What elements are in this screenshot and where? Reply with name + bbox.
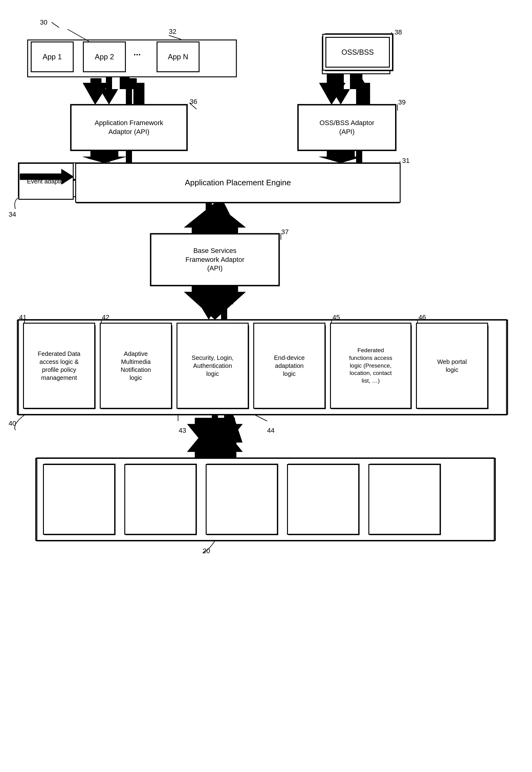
svg-marker-33 <box>200 286 218 320</box>
svg-marker-54 <box>87 150 104 163</box>
ref-32: 32 <box>169 28 176 36</box>
bottom-box-4 <box>287 464 359 535</box>
base-services-box: Base ServicesFramework Adaptor(API) <box>150 234 279 286</box>
ref-43: 43 <box>179 427 186 435</box>
bottom-box-2 <box>124 464 196 535</box>
svg-marker-52 <box>319 74 345 104</box>
app-placement-box: Application Placement Engine <box>75 163 401 203</box>
svg-marker-50 <box>83 78 109 104</box>
app1-box: App 1 <box>31 41 74 72</box>
ref-40: 40 <box>9 419 16 427</box>
ref-37: 37 <box>281 228 289 236</box>
app2-box: App 2 <box>83 41 126 72</box>
svg-marker-56 <box>319 150 362 163</box>
ref-44: 44 <box>267 427 274 435</box>
svg-line-0 <box>68 29 89 41</box>
services-container <box>17 320 508 415</box>
svg-line-46 <box>255 415 267 421</box>
svg-marker-59 <box>184 286 246 320</box>
svg-marker-36 <box>224 415 243 458</box>
svg-marker-61 <box>187 418 243 458</box>
bottom-box-1 <box>43 464 115 535</box>
event-adaptor-box: Event adaptor <box>18 163 74 200</box>
appN-box: App N <box>157 41 200 72</box>
svg-marker-60 <box>187 418 243 458</box>
ref-20: 20 <box>203 547 210 555</box>
svg-marker-34 <box>215 286 233 320</box>
ref-38: 38 <box>394 28 402 36</box>
ref-36: 36 <box>190 98 197 106</box>
svg-marker-51 <box>129 78 144 104</box>
app-framework-box: Application FrameworkAdaptor (API) <box>71 104 187 150</box>
ref-30: 30 <box>40 18 47 26</box>
svg-marker-53 <box>355 74 370 104</box>
oss-bss-adaptor-box: OSS/BSS Adaptor(API) <box>298 104 396 150</box>
svg-marker-22 <box>100 77 118 104</box>
svg-marker-25 <box>350 74 368 104</box>
ellipsis: ... <box>134 48 141 57</box>
ref-34: 34 <box>9 211 16 219</box>
svg-marker-32 <box>215 203 233 234</box>
svg-marker-58 <box>184 203 246 234</box>
ref-39: 39 <box>398 98 406 106</box>
svg-marker-23 <box>120 77 138 104</box>
bottom-box-5 <box>368 464 441 535</box>
svg-marker-35 <box>206 415 224 458</box>
diagram: 30 32 App 1 App 2 ... App N OSS/BSS 38 A… <box>0 0 532 772</box>
svg-marker-24 <box>332 74 350 104</box>
bottom-box-3 <box>206 464 278 535</box>
svg-marker-55 <box>83 150 126 163</box>
svg-line-37 <box>169 35 181 39</box>
ref-31: 31 <box>402 157 410 165</box>
svg-marker-31 <box>200 203 218 234</box>
